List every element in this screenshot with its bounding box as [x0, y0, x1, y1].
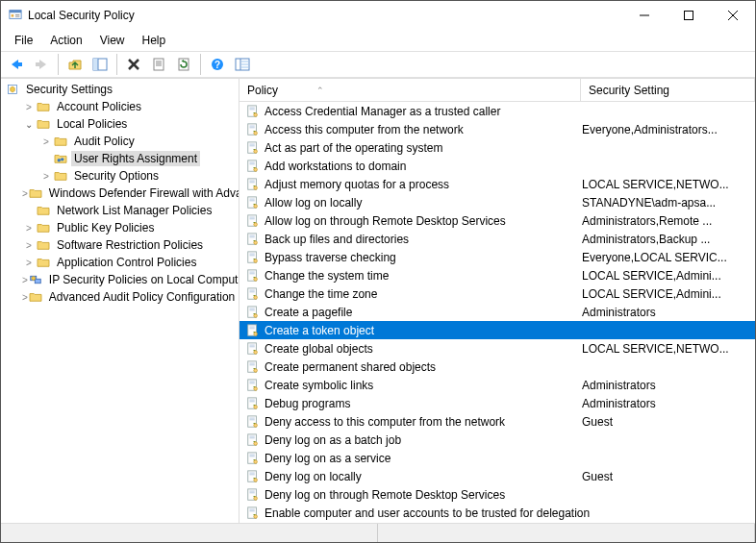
refresh-button[interactable] — [172, 53, 195, 76]
list-row[interactable]: Deny log on as a service — [239, 449, 755, 467]
policy-name: Access this computer from the network — [265, 123, 464, 136]
policy-setting: Administrators — [582, 397, 755, 410]
tree-node[interactable]: >Security Options — [1, 167, 239, 185]
svg-rect-25 — [241, 61, 248, 62]
list-row[interactable]: Deny log on as a batch job — [239, 431, 755, 449]
svg-rect-96 — [250, 383, 255, 383]
tree-node[interactable]: User Rights Assignment — [1, 150, 239, 167]
tree-node[interactable]: >Public Key Policies — [1, 219, 239, 236]
maximize-button[interactable] — [667, 1, 711, 30]
list-row[interactable]: Create global objectsLOCAL SERVICE,NETWO… — [239, 339, 755, 358]
svg-rect-87 — [250, 344, 255, 345]
policy-name: Access Credential Manager as a trusted c… — [265, 105, 500, 118]
delete-button[interactable] — [122, 53, 145, 76]
back-button[interactable] — [5, 53, 28, 76]
chevron-right-icon[interactable]: > — [22, 240, 36, 251]
chevron-right-icon[interactable]: > — [39, 171, 53, 182]
export-list-button[interactable] — [231, 53, 254, 76]
tree-node[interactable]: >Windows Defender Firewall with Advanced… — [1, 185, 239, 202]
list-row[interactable]: Deny log on through Remote Desktop Servi… — [239, 485, 755, 504]
list-row[interactable]: Enable computer and user accounts to be … — [239, 504, 755, 522]
menu-view[interactable]: View — [92, 32, 133, 49]
properties-button[interactable] — [147, 53, 170, 76]
chevron-right-icon[interactable]: > — [22, 223, 36, 234]
policy-name: Create symbolic links — [265, 379, 373, 392]
tree-node[interactable]: >Software Restriction Policies — [1, 236, 239, 254]
up-level-button[interactable] — [63, 53, 87, 76]
policy-name: Deny log on as a batch job — [265, 433, 401, 447]
list-row[interactable]: Deny access to this computer from the ne… — [239, 412, 755, 431]
tree-root[interactable]: Security Settings — [1, 81, 239, 98]
tree-node[interactable]: >Advanced Audit Policy Configuration — [1, 288, 239, 306]
menu-help[interactable]: Help — [135, 32, 174, 49]
tree-pane[interactable]: Security Settings >Account Policies⌄Loca… — [1, 79, 239, 523]
list-row[interactable]: Allow log on locallySTANADYNE\adm-apsa..… — [239, 193, 755, 211]
chevron-right-icon[interactable]: > — [22, 102, 36, 112]
list-row[interactable]: Access Credential Manager as a trusted c… — [239, 102, 755, 120]
help-button[interactable]: ? — [206, 53, 229, 76]
svg-rect-91 — [250, 362, 255, 363]
menu-file[interactable]: File — [7, 32, 40, 49]
svg-rect-124 — [250, 510, 255, 511]
svg-rect-115 — [250, 472, 255, 473]
column-headers: Policy ⌃ Security Setting — [239, 79, 755, 102]
folder-icon — [28, 289, 43, 305]
svg-point-93 — [254, 368, 258, 372]
svg-rect-52 — [250, 182, 255, 183]
svg-rect-116 — [250, 474, 255, 475]
policy-item-icon — [245, 140, 261, 156]
svg-point-37 — [254, 112, 258, 116]
tree-node[interactable]: >Application Control Policies — [1, 254, 239, 271]
tree-node[interactable]: Network List Manager Policies — [1, 202, 239, 219]
minimize-button[interactable] — [622, 1, 667, 30]
tree-node[interactable]: >Audit Policy — [1, 133, 239, 150]
svg-rect-47 — [250, 161, 255, 162]
list-row[interactable]: Create a pagefileAdministrators — [239, 303, 755, 321]
list-body[interactable]: Access Credential Manager as a trusted c… — [239, 102, 755, 523]
svg-rect-112 — [250, 456, 255, 457]
policy-name: Create global objects — [265, 342, 373, 356]
svg-rect-10 — [36, 62, 40, 66]
svg-rect-79 — [250, 308, 255, 309]
svg-rect-16 — [154, 59, 164, 70]
menu-action[interactable]: Action — [42, 32, 89, 49]
list-row[interactable]: Create symbolic linksAdministrators — [239, 376, 755, 394]
list-row[interactable]: Allow log on through Remote Desktop Serv… — [239, 211, 755, 230]
policy-item-icon — [245, 323, 261, 338]
tree-node-label: Advanced Audit Policy Configuration — [46, 289, 238, 305]
list-row[interactable]: Create a token object — [239, 321, 755, 339]
list-row[interactable]: Debug programsAdministrators — [239, 394, 755, 412]
list-row[interactable]: Change the time zoneLOCAL SERVICE,Admini… — [239, 284, 755, 303]
list-row[interactable]: Bypass traverse checkingEveryone,LOCAL S… — [239, 248, 755, 266]
svg-point-45 — [254, 149, 258, 153]
policy-item-icon — [245, 213, 261, 229]
tree-node[interactable]: ⌄Local Policies — [1, 115, 239, 133]
column-policy[interactable]: Policy ⌃ — [239, 79, 581, 101]
list-row[interactable]: Deny log on locallyGuest — [239, 467, 755, 485]
policy-name: Enable computer and user accounts to be … — [265, 506, 590, 520]
chevron-right-icon[interactable]: > — [22, 258, 36, 268]
policy-item-icon — [245, 414, 261, 430]
list-row[interactable]: Act as part of the operating system — [239, 138, 755, 157]
chevron-down-icon[interactable]: ⌄ — [22, 119, 36, 130]
policy-name: Create permanent shared objects — [265, 360, 436, 374]
list-row[interactable]: Adjust memory quotas for a processLOCAL … — [239, 175, 755, 193]
tree-node[interactable]: >Account Policies — [1, 98, 239, 115]
close-button[interactable] — [711, 1, 755, 30]
show-hide-tree-button[interactable] — [88, 53, 112, 76]
tree-node[interactable]: >IP Security Policies on Local Computer — [1, 271, 239, 288]
list-row[interactable]: Back up files and directoriesAdministrat… — [239, 230, 755, 248]
chevron-right-icon[interactable]: > — [39, 136, 53, 147]
svg-point-29 — [58, 159, 61, 161]
policy-setting: Administrators,Backup ... — [582, 233, 755, 246]
list-row[interactable]: Add workstations to domain — [239, 157, 755, 175]
column-setting[interactable]: Security Setting — [581, 79, 755, 101]
list-row[interactable]: Change the system timeLOCAL SERVICE,Admi… — [239, 266, 755, 284]
folder-icon — [36, 237, 51, 253]
forward-button[interactable] — [30, 53, 53, 76]
policy-setting: Guest — [582, 470, 755, 483]
list-row[interactable]: Create permanent shared objects — [239, 358, 755, 376]
tree-node-label: Windows Defender Firewall with Advanced … — [46, 185, 239, 201]
list-row[interactable]: Access this computer from the networkEve… — [239, 120, 755, 138]
policy-name: Deny access to this computer from the ne… — [265, 415, 505, 429]
